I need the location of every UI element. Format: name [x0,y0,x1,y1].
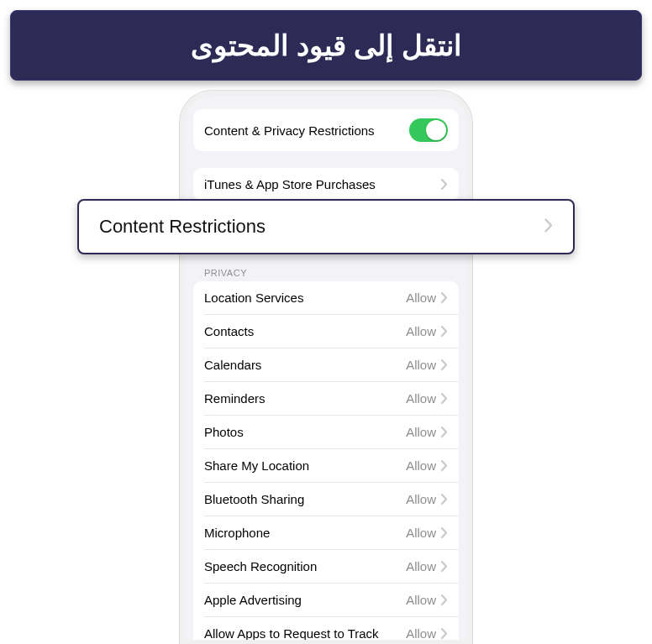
privacy-row[interactable]: CalendarsAllow [193,348,459,381]
phone-content: Content & Privacy Restrictions iTunes & … [185,96,467,644]
gap [193,151,459,168]
itunes-label: iTunes & App Store Purchases [204,177,441,191]
privacy-row-value: Allow [406,391,436,406]
privacy-row-label: Calendars [204,358,406,372]
content-privacy-card: Content & Privacy Restrictions [193,109,459,151]
chevron-right-icon [441,628,448,639]
privacy-row[interactable]: Allow Apps to Request to TrackAllow [193,617,459,644]
privacy-row-label: Bluetooth Sharing [204,492,406,506]
privacy-row-label: Share My Location [204,458,406,473]
privacy-row-value: Allow [406,324,436,338]
privacy-row-value: Allow [406,358,436,372]
content-privacy-label: Content & Privacy Restrictions [204,123,409,138]
chevron-right-icon [544,218,553,236]
privacy-row-value: Allow [406,458,436,473]
privacy-row-label: Reminders [204,391,406,406]
chevron-right-icon [441,359,448,370]
instruction-banner: انتقل إلى قيود المحتوى [10,10,642,81]
privacy-row[interactable]: Apple AdvertisingAllow [193,584,459,616]
privacy-row[interactable]: Speech RecognitionAllow [193,550,459,583]
privacy-list-card: Location ServicesAllowContactsAllowCalen… [193,281,459,644]
chevron-right-icon [441,594,448,605]
content-restrictions-label: Content Restrictions [99,216,544,238]
content-privacy-toggle[interactable] [409,118,448,142]
chevron-right-icon [441,427,448,437]
privacy-row[interactable]: PhotosAllow [193,416,459,448]
privacy-row-label: Location Services [204,291,406,305]
privacy-row[interactable]: MicrophoneAllow [193,516,459,549]
privacy-row-value: Allow [406,291,436,305]
privacy-row[interactable]: ContactsAllow [193,315,459,348]
chevron-right-icon [441,326,448,337]
privacy-row-label: Apple Advertising [204,593,406,607]
store-card: iTunes & App Store Purchases [193,168,459,201]
privacy-row-label: Speech Recognition [204,559,406,573]
itunes-row[interactable]: iTunes & App Store Purchases [193,168,459,201]
privacy-section-header: PRIVACY [193,263,459,281]
privacy-row-label: Contacts [204,324,406,338]
privacy-row-value: Allow [406,492,436,506]
privacy-row-value: Allow [406,559,436,573]
chevron-right-icon [441,561,448,572]
privacy-row[interactable]: Location ServicesAllow [193,281,459,314]
privacy-row[interactable]: Bluetooth SharingAllow [193,483,459,516]
privacy-row-value: Allow [406,425,436,439]
privacy-row[interactable]: RemindersAllow [193,382,459,415]
chevron-right-icon [441,292,448,303]
phone-frame: Content & Privacy Restrictions iTunes & … [180,91,472,644]
privacy-row-label: Photos [204,425,406,439]
chevron-right-icon [441,393,448,404]
privacy-row-label: Microphone [204,526,406,540]
privacy-row-value: Allow [406,626,436,641]
privacy-row[interactable]: Share My LocationAllow [193,449,459,482]
chevron-right-icon [441,527,448,538]
privacy-row-value: Allow [406,593,436,607]
chevron-right-icon [441,179,448,190]
instruction-text: انتقل إلى قيود المحتوى [191,29,460,62]
chevron-right-icon [441,494,448,505]
content-restrictions-highlight[interactable]: Content Restrictions [77,199,575,254]
chevron-right-icon [441,460,448,471]
privacy-row-value: Allow [406,526,436,540]
privacy-row-label: Allow Apps to Request to Track [204,626,406,641]
content-privacy-row[interactable]: Content & Privacy Restrictions [193,109,459,151]
